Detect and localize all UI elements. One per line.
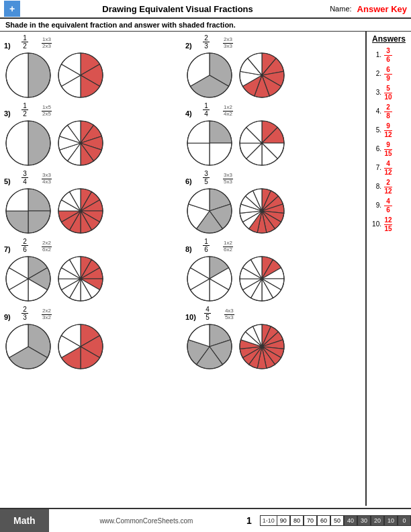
- answer-item: 10. 12 15: [369, 216, 408, 232]
- score-box: 90: [277, 515, 290, 526]
- problem-header: 2) 2 3 2x3 3x3: [185, 34, 361, 50]
- problem-item: 3) 1 2 1x5 2x5: [4, 102, 180, 167]
- answer-item: 9. 4 6: [369, 197, 408, 214]
- circles-row: [4, 255, 180, 303]
- pie-chart: [4, 187, 52, 235]
- answer-item-num: 3.: [369, 89, 381, 96]
- problem-header: 9) 2 3 2x2 3x2: [4, 306, 180, 321]
- problem-num: 10): [185, 313, 196, 321]
- answer-item: 6. 9 15: [369, 140, 408, 157]
- pie-chart: [185, 187, 234, 235]
- original-fraction: 2 6: [21, 238, 28, 253]
- problem-num: 8): [185, 245, 195, 253]
- pie-chart: [4, 322, 52, 371]
- original-fraction: 1 2: [21, 34, 28, 50]
- answer-item: 3. 5 10: [369, 84, 408, 101]
- original-fraction: 1 2: [21, 102, 28, 118]
- answer-item-fraction: 9 12: [384, 122, 392, 138]
- circles-row: [185, 255, 361, 303]
- header: + Drawing Equivalent Visual Fractions Na…: [0, 0, 411, 19]
- score-box: 0: [398, 515, 411, 526]
- original-fraction: 1 4: [203, 102, 210, 118]
- problem-item: 1) 1 2 1x3 2x3: [4, 34, 180, 99]
- original-fraction: 4 5: [204, 306, 211, 321]
- answer-item-num: 8.: [369, 183, 381, 190]
- problems-area: 1) 1 2 1x3 2x3 2) 2 3: [0, 32, 365, 506]
- problem-item: 9) 2 3 2x2 3x2: [4, 306, 180, 371]
- problem-item: 8) 1 6 1x2 6x2: [185, 238, 361, 303]
- problem-num: 7): [4, 245, 13, 253]
- answer-key-label: Answer Key: [357, 4, 407, 14]
- answer-item-num: 6.: [369, 145, 381, 152]
- circles-row: [4, 322, 180, 371]
- score-box: 30: [357, 515, 371, 526]
- problem-header: 1) 1 2 1x3 2x3: [4, 34, 180, 50]
- answer-item-fraction: 2 12: [384, 178, 392, 195]
- answer-item-fraction: 12 15: [384, 216, 392, 232]
- problem-header: 6) 3 5 3x3 5x3: [185, 170, 361, 185]
- pie-chart: [56, 187, 105, 235]
- problem-num: 6): [185, 177, 195, 185]
- instructions: Shade in the equivalent fraction and ans…: [0, 19, 411, 32]
- answer-item-num: 1.: [369, 51, 381, 58]
- problem-num: 5): [4, 177, 13, 185]
- pie-chart: [56, 322, 105, 371]
- answer-key-title: Answers: [369, 34, 408, 44]
- score-range-label: 1-10: [260, 515, 277, 526]
- problem-item: 6) 3 5 3x3 5x3: [185, 170, 361, 235]
- answer-item: 4. 2 8: [369, 103, 408, 120]
- multiplier-fraction: 4x3 5x3: [224, 308, 234, 321]
- pie-chart: [185, 119, 234, 167]
- answer-key-sidebar: Answers 1. 3 6 2. 6 9 3. 5 10 4.: [365, 32, 411, 506]
- score-box: 50: [330, 515, 344, 526]
- pie-chart: [4, 255, 52, 303]
- multiplier-fraction: 1x5 2x5: [42, 105, 52, 118]
- pie-chart: [185, 255, 234, 303]
- answer-item-num: 10.: [369, 220, 381, 228]
- pie-chart: [56, 51, 105, 99]
- multiplier-fraction: 1x2 6x2: [223, 240, 233, 253]
- problem-num: 2): [185, 42, 195, 50]
- pie-chart: [4, 119, 52, 167]
- score-box: 10: [384, 515, 398, 526]
- header-logo: +: [4, 1, 20, 17]
- pie-chart: [56, 119, 105, 167]
- problem-num: 1): [4, 42, 13, 50]
- footer-math-box: Math: [0, 509, 49, 532]
- problem-header: 3) 1 2 1x5 2x5: [4, 102, 180, 118]
- circles-row: [185, 119, 361, 167]
- problem-header: 10) 4 5 4x3 5x3: [185, 306, 361, 321]
- score-box: 80: [290, 515, 304, 526]
- footer-website: www.CommonCoreSheets.com: [54, 517, 238, 525]
- header-title: Drawing Equivalent Visual Fractions: [26, 4, 330, 14]
- answer-item-fraction: 3 6: [384, 46, 392, 63]
- multiplier-fraction: 3x3 4x3: [42, 173, 52, 185]
- multiplier-fraction: 2x2 6x2: [42, 240, 52, 253]
- answer-item-fraction: 2 8: [384, 103, 392, 120]
- score-box: 60: [317, 515, 330, 526]
- original-fraction: 1 6: [203, 238, 210, 253]
- answer-item-num: 7.: [369, 164, 381, 171]
- content-area: 1) 1 2 1x3 2x3 2) 2 3: [0, 32, 411, 506]
- footer-page-num: 1: [246, 515, 252, 526]
- answer-item: 7. 4 12: [369, 159, 408, 176]
- answer-item: 2. 6 9: [369, 65, 408, 82]
- answer-item-fraction: 9 15: [384, 140, 392, 157]
- problem-num: 9): [4, 313, 13, 321]
- problem-item: 7) 2 6 2x2 6x2: [4, 238, 180, 303]
- multiplier-fraction: 1x2 4x2: [223, 105, 233, 118]
- answer-item-num: 5.: [369, 126, 381, 134]
- pie-chart: [238, 322, 286, 371]
- answer-item-num: 2.: [369, 70, 381, 77]
- pie-chart: [185, 322, 234, 371]
- problem-grid: 1) 1 2 1x3 2x3 2) 2 3: [4, 34, 361, 371]
- pie-chart: [238, 255, 286, 303]
- circles-row: [4, 187, 180, 235]
- original-fraction: 3 5: [203, 170, 210, 185]
- problem-header: 7) 2 6 2x2 6x2: [4, 238, 180, 253]
- circles-row: [185, 187, 361, 235]
- problem-header: 4) 1 4 1x2 4x2: [185, 102, 361, 118]
- problem-header: 8) 1 6 1x2 6x2: [185, 238, 361, 253]
- score-box: 40: [344, 515, 357, 526]
- problem-item: 2) 2 3 2x3 3x3: [185, 34, 361, 99]
